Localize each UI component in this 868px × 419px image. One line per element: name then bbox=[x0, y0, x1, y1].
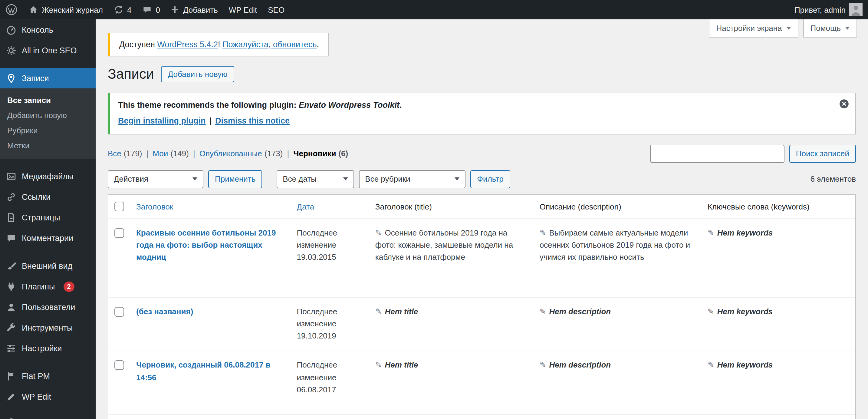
dismiss-icon[interactable] bbox=[839, 98, 849, 109]
page-title: Записи bbox=[108, 66, 154, 83]
sidebar-item-users[interactable]: Пользователи bbox=[0, 297, 96, 317]
edit-pencil-icon[interactable]: ✎ bbox=[708, 228, 714, 237]
sort-by-date-link[interactable]: Дата bbox=[297, 202, 314, 211]
seo-keywords-cell: ✎Нет keywords bbox=[702, 351, 855, 415]
wordpress-logo-icon bbox=[5, 4, 18, 16]
sidebar-item-posts[interactable]: Записи bbox=[0, 68, 96, 88]
dates-filter-select[interactable]: Все даты bbox=[277, 170, 354, 188]
admin-bar: Женский журнал 4 0 Добавить bbox=[0, 0, 868, 19]
links-chain-icon bbox=[5, 191, 17, 202]
sidebar-posts-block: Записи Все записи Добавить новую Рубрики… bbox=[0, 68, 96, 159]
theme-plugin-notice: This theme recommends the following plug… bbox=[108, 92, 856, 134]
view-all[interactable]: Все(179) bbox=[108, 149, 142, 158]
home-icon bbox=[28, 5, 38, 14]
sidebar-item-label: Плагины bbox=[22, 282, 55, 291]
posts-submenu: Все записи Добавить новую Рубрики Метки bbox=[0, 88, 96, 159]
row-checkbox[interactable] bbox=[115, 228, 124, 238]
column-header-seo-title: Заголовок (title) bbox=[369, 194, 534, 218]
edit-pencil-icon[interactable]: ✎ bbox=[708, 307, 714, 316]
sidebar-item-dashboard[interactable]: Консоль bbox=[0, 19, 96, 40]
submenu-tags[interactable]: Метки bbox=[0, 138, 96, 153]
view-mine[interactable]: Мои(149) bbox=[153, 149, 189, 158]
edit-pencil-icon[interactable]: ✎ bbox=[539, 228, 546, 237]
seo-title-cell: ✎Осенние ботильоны 2019 года на фото: ко… bbox=[369, 218, 534, 298]
post-date: 19.03.2015 bbox=[297, 251, 363, 263]
wp-logo-menu[interactable] bbox=[0, 0, 23, 19]
filter-button[interactable]: Фильтр bbox=[470, 170, 510, 188]
post-title-link[interactable]: (без названия) bbox=[136, 307, 193, 316]
dismiss-notice-link[interactable]: Dismiss this notice bbox=[215, 116, 290, 125]
sidebar-item-aioseo[interactable]: All in One SEO bbox=[0, 40, 96, 61]
sort-by-title-link[interactable]: Заголовок bbox=[136, 202, 173, 211]
submenu-add-new[interactable]: Добавить новую bbox=[0, 108, 96, 123]
post-date-cell: Последнее изменение19.10.2019 bbox=[291, 298, 369, 351]
table-row: (без названия) Последнее изменение19.10.… bbox=[108, 298, 855, 351]
bulk-actions-group: Действия Применить Все даты Все рубрики … bbox=[108, 170, 510, 188]
edit-pencil-icon[interactable]: ✎ bbox=[539, 361, 546, 370]
seo-title-cell: ✎Нет title bbox=[369, 351, 534, 415]
categories-filter-select[interactable]: Все рубрики bbox=[359, 170, 465, 188]
sidebar-item-flat-pm[interactable]: Flat PM bbox=[0, 366, 96, 386]
select-all-checkbox[interactable] bbox=[115, 201, 124, 211]
main-content: Настройки экрана Помощь Доступен WordPre… bbox=[96, 19, 868, 419]
updates-menu[interactable]: 4 bbox=[108, 0, 137, 19]
bulk-actions-select[interactable]: Действия bbox=[108, 170, 204, 188]
post-title-link[interactable]: Красивые осенние ботильоны 2019 года на … bbox=[136, 228, 276, 262]
column-header-date: Дата bbox=[291, 194, 369, 218]
seo-keywords-cell: ✎Нет keywords bbox=[702, 415, 855, 419]
edit-pencil-icon[interactable]: ✎ bbox=[375, 307, 382, 316]
edit-pencil-icon[interactable]: ✎ bbox=[708, 361, 714, 370]
screen-meta: Настройки экрана Помощь bbox=[709, 19, 857, 37]
media-icon bbox=[5, 171, 17, 182]
avatar bbox=[849, 3, 863, 16]
my-account-menu[interactable]: Привет, admin bbox=[789, 0, 868, 19]
table-row: Стиль одежды с завышенной талией Последн… bbox=[108, 415, 855, 419]
search-posts-button[interactable]: Поиск записей bbox=[789, 144, 856, 162]
list-filters-row: Все(179)|Мои(149)|Опубликованные(173)|Че… bbox=[108, 144, 856, 162]
wp-edit-toolbar-menu[interactable]: WP Edit bbox=[223, 0, 262, 19]
please-update-link[interactable]: Пожалуйста, обновитесь bbox=[222, 40, 317, 49]
update-notice-text: Доступен bbox=[119, 40, 157, 49]
wordpress-version-link[interactable]: WordPress 5.4.2 bbox=[157, 40, 218, 49]
site-name-menu[interactable]: Женский журнал bbox=[23, 0, 108, 19]
add-new-post-button[interactable]: Добавить новую bbox=[161, 66, 234, 83]
sidebar-item-wp-edit[interactable]: WP Edit bbox=[0, 386, 96, 407]
sidebar-item-comments[interactable]: Комментарии bbox=[0, 228, 96, 248]
post-date: 19.10.2019 bbox=[297, 330, 363, 342]
table-nav-top: Действия Применить Все даты Все рубрики … bbox=[108, 170, 856, 188]
sidebar-item-pages[interactable]: Страницы bbox=[0, 207, 96, 228]
table-row: Красивые осенние ботильоны 2019 года на … bbox=[108, 218, 855, 298]
new-content-label: Добавить bbox=[183, 5, 218, 14]
edit-pencil-icon[interactable]: ✎ bbox=[539, 307, 546, 316]
row-checkbox[interactable] bbox=[115, 307, 124, 317]
submenu-all-posts[interactable]: Все записи bbox=[0, 93, 96, 108]
screen-options-button[interactable]: Настройки экрана bbox=[709, 19, 798, 37]
submenu-categories[interactable]: Рубрики bbox=[0, 123, 96, 138]
chevron-down-icon bbox=[343, 177, 348, 180]
sidebar-item-media[interactable]: Медиафайлы bbox=[0, 166, 96, 186]
dashboard-icon bbox=[5, 24, 17, 35]
chevron-down-icon bbox=[786, 27, 791, 30]
sidebar-item-plugins[interactable]: Плагины 2 bbox=[0, 276, 96, 297]
row-checkbox[interactable] bbox=[115, 361, 124, 370]
comments-menu[interactable]: 0 bbox=[137, 0, 165, 19]
sidebar-item-links[interactable]: Ссылки bbox=[0, 186, 96, 207]
view-published[interactable]: Опубликованные(173) bbox=[199, 149, 283, 158]
sidebar-item-tools[interactable]: Инструменты bbox=[0, 317, 96, 338]
sidebar-item-settings[interactable]: Настройки bbox=[0, 338, 96, 358]
sidebar-item-appearance[interactable]: Внешний вид bbox=[0, 256, 96, 276]
seo-description-cell: ✎Нет description bbox=[534, 298, 702, 351]
update-notice-text: . bbox=[317, 40, 319, 49]
new-content-menu[interactable]: Добавить bbox=[165, 0, 223, 19]
search-input[interactable] bbox=[650, 144, 784, 162]
seo-toolbar-menu[interactable]: SEO bbox=[262, 0, 290, 19]
view-drafts-current[interactable]: Черновики(6) bbox=[293, 149, 348, 158]
help-button[interactable]: Помощь bbox=[803, 19, 857, 37]
sidebar-collapse-menu[interactable]: Свернуть меню bbox=[0, 412, 96, 419]
apply-button[interactable]: Применить bbox=[208, 170, 262, 188]
begin-installing-link[interactable]: Begin installing plugin bbox=[118, 116, 206, 125]
post-date-cell: Последнее изменение19.03.2015 bbox=[291, 218, 369, 298]
edit-pencil-icon[interactable]: ✎ bbox=[375, 361, 382, 370]
edit-pencil-icon[interactable]: ✎ bbox=[375, 228, 382, 237]
post-title-link[interactable]: Черновик, созданный 06.08.2017 в 14:56 bbox=[136, 361, 271, 382]
